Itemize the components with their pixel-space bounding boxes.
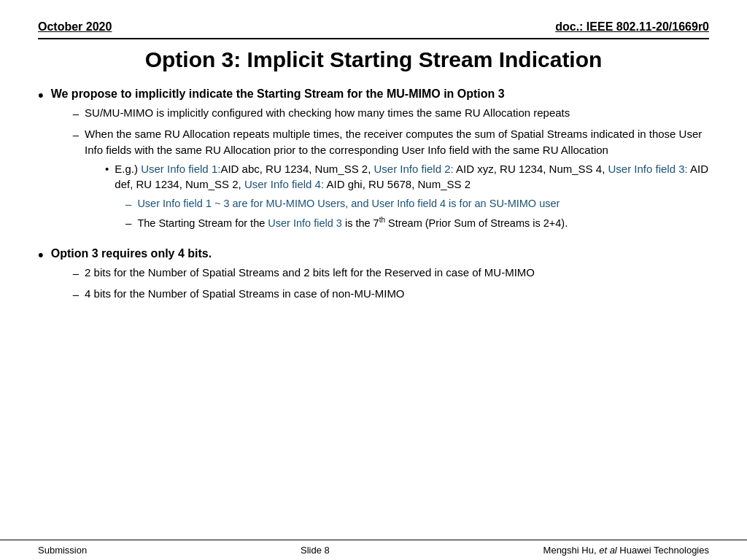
level3-bullet-1: – User Info field 1 ~ 3 are for MU-MIMO … [125,196,709,212]
uif-range-label: User Info field 1 ~ 3 [137,198,229,209]
bullet-1: • We propose to implicitly indicate the … [38,86,709,238]
header-doc: doc.: IEEE 802.11-20/1669r0 [555,20,709,34]
level3-bullet-1-text: User Info field 1 ~ 3 are for MU-MIMO Us… [137,196,560,211]
slide-footer: Submission Slide 8 Mengshi Hu, et al Hua… [0,540,747,560]
sub-bullet-2-1: – 2 bits for the Number of Spatial Strea… [73,265,535,281]
bullet-dot-1: • [38,84,44,107]
superscript-th: th [379,216,385,224]
dash-2-2: – [73,287,79,303]
footer-submission: Submission [38,545,87,556]
sub-bullet-1-2: – When the same RU Allocation repeats mu… [73,126,709,234]
sub-bullet-1-1: – SU/MU-MIMO is implicitly configured wi… [73,105,709,122]
uif2-label: User Info field 2: [374,163,454,175]
uif4-ref: User Info field 4 [372,198,446,209]
sub-bullet-2-2: – 4 bits for the Number of Spatial Strea… [73,286,535,303]
level3-bullets: – User Info field 1 ~ 3 are for MU-MIMO … [125,196,709,231]
slide-content: • We propose to implicitly indicate the … [38,86,709,307]
sub-sub-bullets: • E.g.) User Info field 1:AID abc, RU 12… [105,161,709,231]
uif-range-text1: are for MU-MIMO Users, and [230,198,372,209]
level3-bullet-2-text: The Starting Stream for the User Info fi… [137,215,568,231]
level3-bullet-2: – The Starting Stream for the User Info … [125,215,709,231]
bullet-2: • Option 3 requires only 4 bits. – 2 bit… [38,246,709,307]
slide-header: October 2020 doc.: IEEE 802.11-20/1669r0 [38,20,709,39]
eg-dot: • [105,161,109,177]
uif3-label: User Info field 3: [608,163,687,175]
dash-1-2: – [73,127,79,143]
sub-bullet-1-2-text: When the same RU Allocation repeats mult… [85,128,702,156]
footer-author: Mengshi Hu, et al Huawei Technologies [543,545,709,556]
level3-dash-1: – [125,196,131,212]
level3-dash-2: – [125,215,131,231]
slide: October 2020 doc.: IEEE 802.11-20/1669r0… [0,0,747,560]
bullet-1-text: We propose to implicitly indicate the St… [51,88,505,100]
header-date: October 2020 [38,20,112,34]
dash-2-1: – [73,265,79,281]
author-etal: et al [597,545,617,556]
eg-text: E.g.) User Info field 1:AID abc, RU 1234… [115,161,709,193]
page-title: Option 3: Implicit Starting Stream Indic… [38,47,709,73]
author-org: Huawei Technologies [617,545,709,556]
uif4-text: is for an SU-MIMO user [446,198,560,209]
sub-bullets-1: – SU/MU-MIMO is implicitly configured wi… [73,105,709,233]
sub-bullet-2-1-text: 2 bits for the Number of Spatial Streams… [85,265,535,281]
uif4-label: User Info field 4: [244,178,324,190]
sub-bullet-2-2-text: 4 bits for the Number of Spatial Streams… [85,286,405,302]
uif1-label: User Info field 1: [141,163,220,175]
bullet-dot-2: • [38,244,44,267]
footer-slide-number: Slide 8 [301,545,330,556]
author-name: Mengshi Hu, [543,545,597,556]
uif3-ref: User Info field 3 [268,217,342,229]
sub-bullets-2: – 2 bits for the Number of Spatial Strea… [73,265,535,303]
bullet-2-text: Option 3 requires only 4 bits. [51,247,212,260]
sub-bullet-1-1-text: SU/MU-MIMO is implicitly configured with… [85,105,570,121]
eg-bullet: • E.g.) User Info field 1:AID abc, RU 12… [105,161,709,193]
dash-1-1: – [73,106,79,122]
